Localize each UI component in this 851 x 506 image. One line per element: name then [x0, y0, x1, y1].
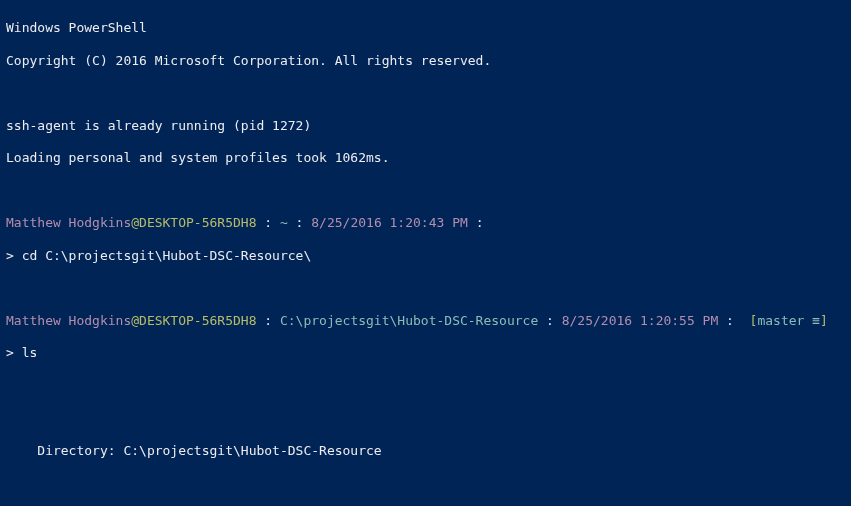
git-bracket-right: ]: [820, 313, 828, 328]
blank-line: [6, 378, 845, 394]
prompt-timestamp: 8/25/2016 1:20:43 PM: [311, 215, 468, 230]
prompt-sep: :: [538, 313, 561, 328]
blank-line: [6, 280, 845, 296]
git-branch: master ≡: [757, 313, 820, 328]
directory-line: Directory: C:\projectsgit\Hubot-DSC-Reso…: [6, 443, 845, 459]
prompt-sep: :: [468, 215, 491, 230]
prompt-1: Matthew Hodgkins@DESKTOP-56R5DH8 : ~ : 8…: [6, 215, 845, 231]
blank-line: [6, 475, 845, 491]
prompt-2: Matthew Hodgkins@DESKTOP-56R5DH8 : C:\pr…: [6, 313, 845, 329]
terminal[interactable]: Windows PowerShell Copyright (C) 2016 Mi…: [0, 0, 851, 506]
prompt-sep: :: [288, 215, 311, 230]
prompt-marker: >: [6, 248, 14, 263]
command-text: cd C:\projectsgit\Hubot-DSC-Resource\: [14, 248, 311, 263]
blank-line: [6, 183, 845, 199]
command-line-1: > cd C:\projectsgit\Hubot-DSC-Resource\: [6, 248, 845, 264]
prompt-timestamp: 8/25/2016 1:20:55 PM: [562, 313, 719, 328]
prompt-user: Matthew Hodgkins: [6, 313, 131, 328]
prompt-path: C:\projectsgit\Hubot-DSC-Resource: [280, 313, 538, 328]
command-line-2: > ls: [6, 345, 845, 361]
prompt-host: DESKTOP-56R5DH8: [139, 313, 256, 328]
prompt-sep: :: [256, 313, 279, 328]
ssh-agent-msg: ssh-agent is already running (pid 1272): [6, 118, 845, 134]
prompt-user: Matthew Hodgkins: [6, 215, 131, 230]
command-text: ls: [14, 345, 37, 360]
header-line-2: Copyright (C) 2016 Microsoft Corporation…: [6, 53, 845, 69]
profile-load-msg: Loading personal and system profiles too…: [6, 150, 845, 166]
blank-line: [6, 85, 845, 101]
prompt-sep: :: [256, 215, 279, 230]
prompt-marker: >: [6, 345, 14, 360]
prompt-at: @: [131, 313, 139, 328]
prompt-sep: :: [718, 313, 741, 328]
header-line-1: Windows PowerShell: [6, 20, 845, 36]
prompt-at: @: [131, 215, 139, 230]
prompt-path: ~: [280, 215, 288, 230]
blank-line: [6, 410, 845, 426]
prompt-host: DESKTOP-56R5DH8: [139, 215, 256, 230]
